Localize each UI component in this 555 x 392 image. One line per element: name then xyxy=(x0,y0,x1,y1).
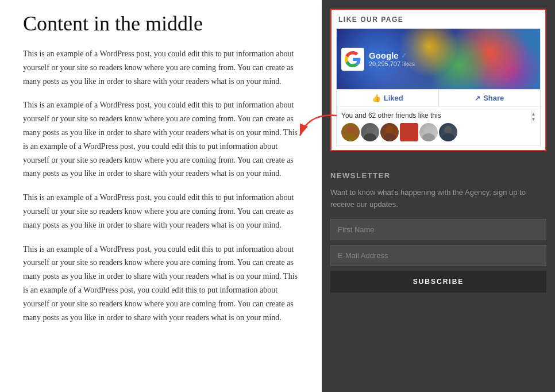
svg-point-11 xyxy=(442,133,454,141)
newsletter-description: Want to know what's happening with the A… xyxy=(330,187,546,211)
post-paragraph-2: This is an example of a WordPress post, … xyxy=(23,98,305,180)
svg-point-8 xyxy=(425,126,433,134)
like-widget: LIKE OUR PAGE Google ✓ xyxy=(330,9,546,151)
friend-avatar-6 xyxy=(439,123,457,141)
left-column: Content in the middle This is an example… xyxy=(0,0,322,392)
svg-point-1 xyxy=(346,126,354,134)
share-button[interactable]: ↗ Share xyxy=(439,90,541,106)
post-paragraph-4: This is an example of a WordPress post, … xyxy=(23,243,305,325)
verified-badge: ✓ xyxy=(401,52,407,60)
friends-like-text: You and 62 other friends like this xyxy=(341,110,527,120)
scroll-up-arrow[interactable]: ▲ xyxy=(531,112,536,117)
fb-page-name: Google ✓ xyxy=(369,51,415,60)
svg-rect-7 xyxy=(400,123,418,141)
fb-scrollbar[interactable]: ▲ ▼ xyxy=(531,110,535,123)
svg-point-5 xyxy=(386,126,394,134)
right-column: LIKE OUR PAGE Google ✓ xyxy=(322,0,555,392)
svg-point-9 xyxy=(422,133,435,141)
friend-avatar-5 xyxy=(419,123,438,141)
fb-page-info: Google ✓ 20,295,707 likes xyxy=(369,51,415,67)
fb-friends-content: You and 62 other friends like this xyxy=(341,110,527,141)
fb-friends-section: You and 62 other friends like this xyxy=(337,106,540,145)
fb-actions-bar: 👍 Liked ↗ Share xyxy=(337,89,540,106)
svg-point-6 xyxy=(383,133,396,141)
fb-page-header: Google ✓ 20,295,707 likes xyxy=(337,29,540,89)
thumbs-up-icon: 👍 xyxy=(372,94,381,102)
like-widget-title: LIKE OUR PAGE xyxy=(332,10,545,28)
svg-point-2 xyxy=(344,133,357,141)
friends-avatars xyxy=(341,123,527,141)
svg-point-4 xyxy=(364,133,376,141)
scroll-down-arrow[interactable]: ▼ xyxy=(531,117,536,122)
page-title: Content in the middle xyxy=(23,11,305,36)
post-paragraph-1: This is an example of a WordPress post, … xyxy=(23,47,305,88)
svg-point-3 xyxy=(366,126,374,134)
liked-button[interactable]: 👍 Liked xyxy=(337,90,439,106)
friend-avatar-4 xyxy=(400,123,418,141)
google-g-svg xyxy=(345,51,361,67)
first-name-input[interactable] xyxy=(330,219,546,240)
subscribe-button[interactable]: SUBSCRIBE xyxy=(330,271,546,293)
share-icon: ↗ xyxy=(475,94,480,102)
fb-page-container: Google ✓ 20,295,707 likes 👍 Liked ↗ Shar… xyxy=(336,28,541,145)
fb-page-likes-count: 20,295,707 likes xyxy=(369,60,415,67)
friend-avatar-1 xyxy=(341,123,360,141)
google-logo xyxy=(341,48,364,71)
email-input[interactable] xyxy=(330,245,546,266)
friend-avatar-2 xyxy=(361,123,379,141)
newsletter-widget: NEWSLETTER Want to know what's happening… xyxy=(330,163,546,293)
post-paragraph-3: This is an example of a WordPress post, … xyxy=(23,191,305,232)
newsletter-title: NEWSLETTER xyxy=(330,171,546,180)
friend-avatar-3 xyxy=(380,123,399,141)
svg-point-10 xyxy=(444,126,452,134)
